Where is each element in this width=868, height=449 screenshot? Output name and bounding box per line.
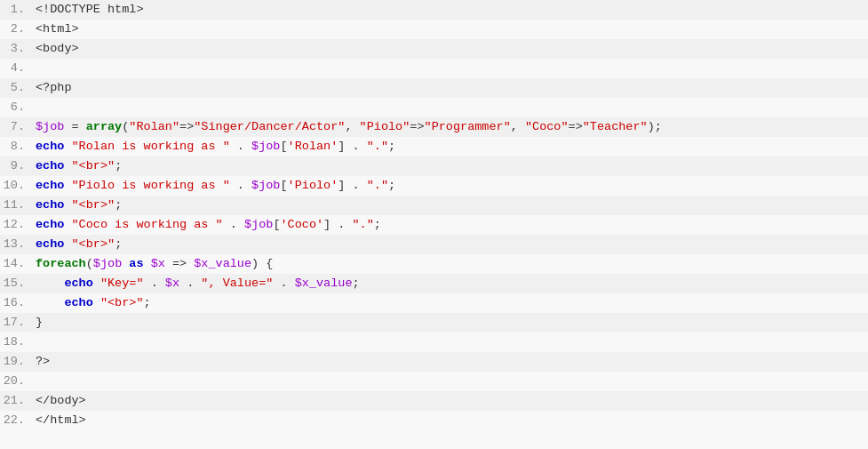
line-content: echo "<br>"; [32, 156, 868, 176]
code-line: 7. $job = array("Rolan"=>"Singer/Dancer/… [0, 117, 868, 137]
code-line: 2. <html> [0, 20, 868, 39]
line-content: echo "<br>"; [32, 293, 868, 313]
line-number: 10. [0, 176, 32, 196]
line-content: <?php [32, 78, 868, 98]
line-number: 9. [0, 156, 32, 176]
code-line: 12. echo "Coco is working as " . $job['C… [0, 215, 868, 235]
code-line: 3. <body> [0, 39, 868, 59]
code-line: 21. </body> [0, 391, 868, 411]
line-content: <body> [32, 39, 868, 59]
code-line: 19. ?> [0, 352, 868, 372]
line-number: 2. [0, 20, 32, 39]
code-line: 8. echo "Rolan is working as " . $job['R… [0, 137, 868, 156]
code-line: 17. } [0, 313, 868, 333]
line-number: 19. [0, 352, 32, 372]
line-content: } [32, 313, 868, 333]
code-editor: 1. <!DOCTYPE html> 2. <html> 3. <body> 4… [0, 0, 868, 449]
code-line: 10. echo "Piolo is working as " . $job['… [0, 176, 868, 196]
line-number: 12. [0, 215, 32, 235]
line-content: echo "<br>"; [32, 196, 868, 215]
code-line: 9. echo "<br>"; [0, 156, 868, 176]
code-line: 4. [0, 59, 868, 78]
code-line: 15. echo "Key=" . $x . ", Value=" . $x_v… [0, 274, 868, 293]
line-content: echo "<br>"; [32, 235, 868, 254]
line-number: 22. [0, 411, 32, 430]
code-line: 6. [0, 98, 868, 117]
code-line: 13. echo "<br>"; [0, 235, 868, 254]
line-content: foreach($job as $x => $x_value) { [32, 254, 868, 274]
line-content: ?> [32, 352, 868, 372]
code-line: 1. <!DOCTYPE html> [0, 0, 868, 20]
code-line: 16. echo "<br>"; [0, 293, 868, 313]
line-number: 18. [0, 333, 32, 352]
line-number: 17. [0, 313, 32, 333]
line-content: <!DOCTYPE html> [32, 0, 868, 20]
line-number: 4. [0, 59, 32, 78]
line-content: <html> [32, 20, 868, 39]
line-number: 6. [0, 98, 32, 117]
line-number: 15. [0, 274, 32, 293]
line-content: echo "Coco is working as " . $job['Coco'… [32, 215, 868, 235]
line-number: 16. [0, 293, 32, 313]
code-line: 20. [0, 372, 868, 391]
line-content: echo "Rolan is working as " . $job['Rola… [32, 137, 868, 156]
line-number: 1. [0, 0, 32, 20]
line-content: $job = array("Rolan"=>"Singer/Dancer/Act… [32, 117, 868, 137]
line-content: </html> [32, 411, 868, 430]
line-number: 11. [0, 196, 32, 215]
code-line: 5. <?php [0, 78, 868, 98]
line-content: </body> [32, 391, 868, 411]
line-number: 21. [0, 391, 32, 411]
line-content: echo "Key=" . $x . ", Value=" . $x_value… [32, 274, 868, 293]
code-line: 11. echo "<br>"; [0, 196, 868, 215]
line-number: 7. [0, 117, 32, 137]
line-number: 13. [0, 235, 32, 254]
line-number: 3. [0, 39, 32, 59]
line-number: 5. [0, 78, 32, 98]
code-line: 18. [0, 333, 868, 352]
line-number: 14. [0, 254, 32, 274]
code-line: 22. </html> [0, 411, 868, 430]
code-line: 14. foreach($job as $x => $x_value) { [0, 254, 868, 274]
line-content: echo "Piolo is working as " . $job['Piol… [32, 176, 868, 196]
line-number: 8. [0, 137, 32, 156]
line-number: 20. [0, 372, 32, 391]
